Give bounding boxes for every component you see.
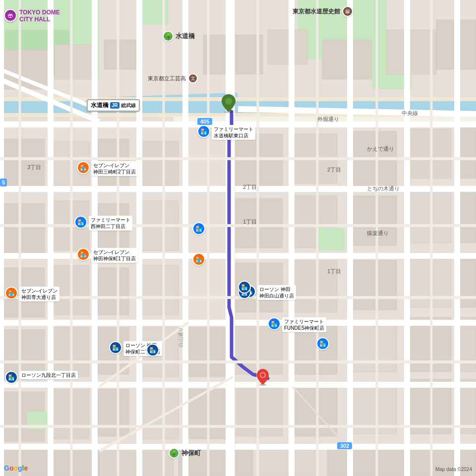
svg-rect-87 <box>289 0 295 476</box>
tokyo-kogei-label: 東京都立工芸高 <box>148 75 186 82</box>
chuo-line-label: 中央線 <box>402 108 418 117</box>
route-302-badge: 302 <box>337 442 352 449</box>
familymart-fundes-group: 🏪 ファミリーマート FUNDES神保町店 <box>268 317 326 332</box>
route-5-badge: 5 <box>0 178 7 186</box>
map-container[interactable]: 白山通り 水道橋 JR 総武線 🌳 水道橋 🏟 TOKYO DOME <box>0 0 476 476</box>
svg-rect-54 <box>94 389 129 436</box>
svg-rect-22 <box>407 129 451 178</box>
suidobashi-station-marker: 水道橋 JR 総武線 <box>87 99 140 112</box>
area-label-2chome-mid: 2丁目 <box>243 183 257 191</box>
svg-rect-40 <box>407 253 451 307</box>
tokyo-kogei-group: 東京都立工芸高 文 <box>148 73 198 83</box>
svg-rect-31 <box>407 188 451 243</box>
svg-rect-39 <box>347 260 397 310</box>
store-pin-near-dest: 🏪 <box>238 281 251 294</box>
svg-text:白山通り: 白山通り <box>178 327 183 347</box>
fundes-pin-2: 🏪 <box>316 337 329 350</box>
familymart-suidobashi-east-group: 🏪 ファミリーマート 水道橋駅東口店 <box>197 125 255 140</box>
svg-rect-24 <box>0 203 45 253</box>
svg-rect-53 <box>50 389 89 439</box>
area-label-1chome-right: 1丁目 <box>327 268 341 275</box>
sobu-line-label: 総武線 <box>121 102 136 109</box>
svg-rect-11 <box>268 30 307 64</box>
svg-point-113 <box>225 98 232 105</box>
svg-point-116 <box>261 373 265 377</box>
svg-rect-90 <box>454 0 460 476</box>
svg-rect-18 <box>139 141 178 186</box>
svg-rect-35 <box>94 268 129 315</box>
svg-rect-43 <box>50 327 89 377</box>
lawson-hakusan-group: 🏪 ローソン 神田 神田白山通り店 <box>243 285 296 300</box>
svg-rect-8 <box>55 45 94 79</box>
jr-badge: JR <box>110 102 119 109</box>
waterworks-museum-label: 東京都水道歴史館 <box>293 7 340 16</box>
google-logo: Google <box>4 464 28 472</box>
svg-rect-89 <box>404 0 410 476</box>
tokyo-dome-label: TOKYO DOME <box>19 9 60 16</box>
svg-rect-67 <box>317 228 345 250</box>
map-svg: 白山通り <box>0 0 476 476</box>
svg-rect-13 <box>387 30 436 74</box>
lawson-kudankita-group: 🏪 ローソン九段北一丁目店 <box>5 371 78 384</box>
familymart-nishikanda-group: 🏪 ファミリーマート 西神田二丁目店 <box>74 216 132 231</box>
suidobashi-pin <box>221 93 237 115</box>
map-copyright: Map data ©2024 <box>435 467 472 472</box>
svg-rect-49 <box>347 322 397 372</box>
seven-jimbocho-pin-2: 🏪 <box>192 253 205 266</box>
destination-marker <box>256 368 270 388</box>
area-label-3chome: 3丁目 <box>27 164 41 171</box>
waterworks-museum-group: 東京都水道歴史館 🏛 <box>293 6 353 17</box>
svg-rect-55 <box>139 389 178 439</box>
svg-rect-30 <box>347 196 397 245</box>
station-name-label: 水道橋 <box>91 101 109 110</box>
jimbocho-station-group: 🌳 神保町 <box>169 448 201 459</box>
svg-rect-81 <box>48 0 54 476</box>
svg-rect-82 <box>92 0 98 476</box>
area-label-2chome-right: 2丁目 <box>327 166 341 174</box>
suidobashi-area-label: 🌳 水道橋 <box>163 31 195 42</box>
svg-rect-36 <box>139 265 178 315</box>
sotobori-dori-label: 外堀通り <box>317 114 339 123</box>
seven-eleven-sendai-group: 🏪 セブン-イレブン 神田専大通り店 <box>5 287 60 301</box>
area-label-1chome-center: 1丁目 <box>243 218 257 226</box>
tokyo-dome-city-hall-group: 🏟 TOKYO DOME CITY HALL <box>4 9 60 23</box>
svg-rect-88 <box>347 0 353 476</box>
lawson-jimbocho2-pin: 🏪 <box>146 344 159 357</box>
jimbocho-label: 神保町 <box>181 449 201 458</box>
suidobashi-water-label: 水道橋 <box>176 32 195 41</box>
svg-rect-9 <box>104 40 139 69</box>
tochi-dori-label: とちの木通り <box>367 183 400 192</box>
city-hall-label: CITY HALL <box>19 16 60 23</box>
route-405-badge: 405 <box>197 118 212 125</box>
kaede-dori-label: かえで通り <box>367 144 394 153</box>
svg-rect-83 <box>136 0 142 476</box>
seven-eleven-jimbocho-group: 🏪 セブン-イレブン 神田神保町1丁目店 <box>77 248 138 263</box>
sarugaku-dori-label: 猿楽通り <box>367 228 389 237</box>
seven-eleven-kanda-misakicho-group: 🏪 セブン-イレブン 神田三崎町2丁目店 <box>77 161 138 176</box>
familymart-nishikanda-pin: 🏪 <box>192 222 205 235</box>
